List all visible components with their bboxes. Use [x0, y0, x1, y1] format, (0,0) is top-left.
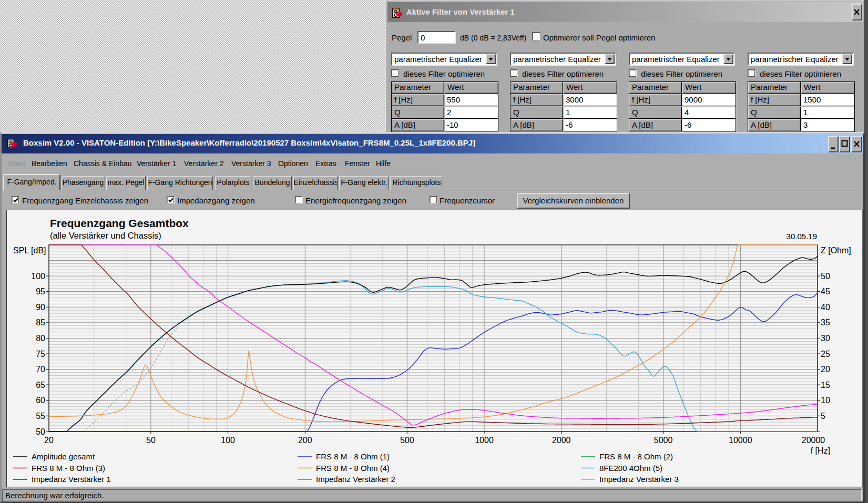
- svg-text:Impedanz Verstärker 1: Impedanz Verstärker 1: [32, 475, 111, 484]
- svg-text:FRS 8 M - 8 Ohm (1): FRS 8 M - 8 Ohm (1): [316, 452, 390, 461]
- svg-text:50: 50: [146, 436, 156, 445]
- svg-text:200: 200: [298, 436, 312, 445]
- svg-text:SPL [dB]: SPL [dB]: [13, 246, 46, 255]
- svg-text:50: 50: [821, 272, 830, 281]
- svg-text:20000: 20000: [802, 436, 825, 445]
- svg-text:5: 5: [821, 412, 825, 420]
- svg-text:(alle Verstärker und Chassis): (alle Verstärker und Chassis): [50, 231, 161, 240]
- svg-text:10: 10: [821, 396, 830, 405]
- svg-text:90: 90: [36, 303, 45, 312]
- svg-text:5000: 5000: [654, 436, 673, 445]
- svg-text:15: 15: [821, 381, 830, 389]
- svg-text:75: 75: [36, 350, 45, 358]
- svg-text:65: 65: [36, 381, 45, 389]
- svg-text:85: 85: [36, 318, 45, 327]
- svg-text:50: 50: [36, 427, 45, 436]
- svg-text:25: 25: [821, 350, 830, 358]
- svg-text:35: 35: [821, 318, 830, 327]
- svg-text:500: 500: [400, 436, 414, 445]
- svg-text:Amplitude gesamt: Amplitude gesamt: [32, 452, 95, 461]
- svg-text:95: 95: [36, 287, 45, 296]
- svg-text:30.05.19: 30.05.19: [787, 232, 817, 241]
- svg-text:80: 80: [36, 334, 45, 343]
- svg-text:20: 20: [821, 365, 830, 374]
- svg-text:55: 55: [36, 412, 45, 420]
- svg-text:2000: 2000: [552, 436, 571, 445]
- svg-text:40: 40: [821, 303, 830, 312]
- svg-text:FRS 8 M - 8 Ohm (3): FRS 8 M - 8 Ohm (3): [32, 464, 105, 473]
- svg-text:100: 100: [31, 272, 45, 281]
- svg-text:45: 45: [821, 287, 830, 296]
- svg-text:FRS 8 M - 8 Ohm (4): FRS 8 M - 8 Ohm (4): [316, 464, 390, 473]
- svg-text:8FE200 4Ohm (5): 8FE200 4Ohm (5): [599, 464, 662, 473]
- svg-text:30: 30: [821, 334, 830, 343]
- svg-text:20: 20: [44, 436, 54, 445]
- svg-text:Z [Ohm]: Z [Ohm]: [821, 246, 851, 255]
- svg-text:f [Hz]: f [Hz]: [811, 446, 830, 455]
- svg-text:1000: 1000: [475, 436, 494, 445]
- svg-text:Frequenzgang Gesamtbox: Frequenzgang Gesamtbox: [50, 217, 189, 229]
- svg-text:Impedanz Verstärker 2: Impedanz Verstärker 2: [316, 475, 395, 484]
- svg-text:10000: 10000: [729, 436, 752, 445]
- svg-text:100: 100: [221, 436, 235, 445]
- svg-text:70: 70: [36, 365, 45, 374]
- svg-text:FRS 8 M - 8 Ohm (2): FRS 8 M - 8 Ohm (2): [599, 452, 673, 461]
- svg-text:60: 60: [36, 396, 45, 405]
- svg-text:Impedanz Verstärker 3: Impedanz Verstärker 3: [599, 475, 679, 484]
